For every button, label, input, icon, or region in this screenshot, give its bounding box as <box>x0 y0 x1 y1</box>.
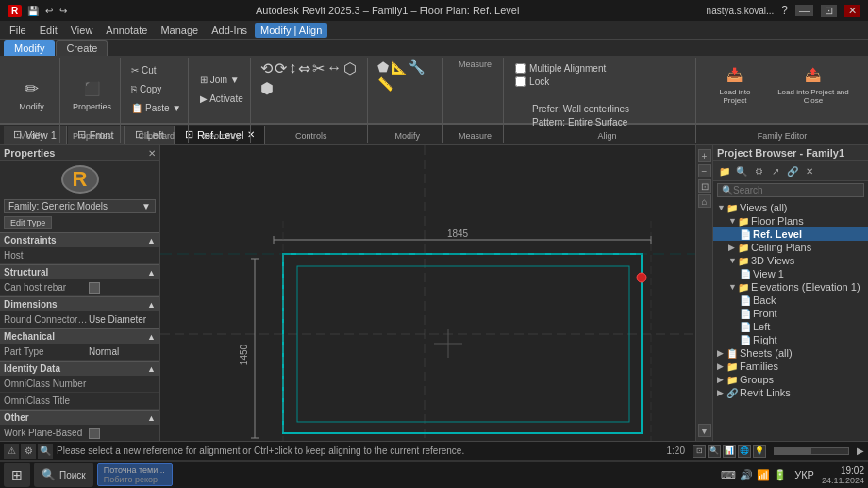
tree-elev-back[interactable]: 📄 Back <box>713 294 868 307</box>
project-browser-search[interactable]: 🔍 <box>717 183 864 197</box>
mod-icon-1[interactable]: ⬟ <box>377 59 389 75</box>
menu-file[interactable]: File <box>4 23 32 38</box>
ctrl-icon-6[interactable]: ↔ <box>326 59 342 77</box>
activate-btn[interactable]: ▶ Activate <box>196 90 247 107</box>
view-ctrl-3[interactable]: 📊 <box>723 445 736 458</box>
status-icon-3[interactable]: 🔍 <box>38 444 53 459</box>
browser-tool-1[interactable]: 📁 <box>717 163 732 178</box>
ribbon-group-align-options: Multiple Alignment Lock Prefer: Wall cen… <box>508 58 696 143</box>
ribbon-group-clipboard: ✂ Cut ⎘ Copy 📋 Paste ▼ Clipboard <box>125 58 189 143</box>
view-ctrl-4[interactable]: 🌐 <box>738 445 751 458</box>
tree-3d-views[interactable]: ▼ 📁 3D Views <box>713 254 868 267</box>
mod-icon-4[interactable]: 📏 <box>377 76 393 92</box>
ribbon-tab-create[interactable]: Create <box>56 40 108 56</box>
tree-families[interactable]: ▶ 📁 Families <box>713 360 868 373</box>
browser-tool-5[interactable]: 🔗 <box>785 163 800 178</box>
load-into-project-close-btn[interactable]: 📤 Load into Project and Close <box>768 59 859 109</box>
svg-text:1845: 1845 <box>447 228 469 239</box>
tree-revit-links[interactable]: ▶ 🔗 Revit Links <box>713 386 868 399</box>
mechanical-toggle[interactable]: ▲ <box>147 332 156 342</box>
lock-checkbox[interactable] <box>515 76 526 87</box>
family-type-dropdown[interactable]: Family: Generic Models ▼ <box>4 199 156 213</box>
other-toggle[interactable]: ▲ <box>147 413 156 423</box>
view-ctrl-1[interactable]: ⊡ <box>693 445 706 458</box>
status-icon-1[interactable]: ⚠ <box>4 444 19 459</box>
can-host-rebar-checkbox[interactable] <box>89 282 100 294</box>
prop-can-host-rebar: Can host rebar <box>0 279 159 296</box>
prefer-row: Prefer: Wall centerlines <box>532 104 629 114</box>
ctrl-icon-2[interactable]: ⟳ <box>275 59 287 77</box>
browser-tool-3[interactable]: ⚙ <box>751 163 766 178</box>
canvas-area[interactable]: 1845 1450 <box>160 145 712 441</box>
ctrl-icon-1[interactable]: ⟲ <box>260 59 273 77</box>
menu-view[interactable]: View <box>65 23 99 38</box>
properties-btn[interactable]: ⬛ Properties <box>69 70 115 119</box>
ribbon: Modify Create ✏ Modify Modify ⬛ Properti… <box>0 40 868 125</box>
user-name: nastya.s.koval... <box>707 6 775 16</box>
properties-panel-close[interactable]: ✕ <box>148 148 156 159</box>
mod-icon-2[interactable]: 📐 <box>391 59 407 75</box>
identity-toggle[interactable]: ▲ <box>147 364 156 374</box>
browser-tool-4[interactable]: ↗ <box>768 163 783 178</box>
modify-btn[interactable]: ✏ Modify <box>15 70 48 119</box>
menu-edit[interactable]: Edit <box>34 23 63 38</box>
zoom-out-btn[interactable]: − <box>698 164 711 177</box>
search-input[interactable] <box>733 185 860 195</box>
start-btn[interactable]: ⊞ <box>4 463 30 487</box>
volume-icon[interactable]: 🔊 <box>740 469 753 481</box>
edit-type-btn[interactable]: Edit Type <box>4 216 52 229</box>
ctrl-icon-3[interactable]: ↕ <box>289 59 296 77</box>
cut-btn[interactable]: ✂ Cut <box>127 61 185 78</box>
tree-ceiling-plans[interactable]: ▶ 📁 Ceiling Plans <box>713 241 868 254</box>
constraints-toggle[interactable]: ▲ <box>147 236 156 245</box>
scroll-down-btn[interactable]: ▼ <box>698 424 711 437</box>
view-ctrl-2[interactable]: 🔍 <box>708 445 721 458</box>
tree-floor-plans[interactable]: ▼ 📁 Floor Plans <box>713 214 868 227</box>
browser-close[interactable]: ✕ <box>802 163 817 178</box>
mod-icon-3[interactable]: 🔧 <box>409 59 425 75</box>
ribbon-tab-modify[interactable]: Modify <box>4 40 55 56</box>
menu-addins[interactable]: Add-Ins <box>206 23 253 38</box>
tree-views-all[interactable]: ▼ 📁 Views (all) <box>713 201 868 214</box>
status-icon-2[interactable]: ⚙ <box>21 444 36 459</box>
work-plane-checkbox[interactable] <box>89 428 100 439</box>
network-icon[interactable]: 📶 <box>757 469 770 481</box>
menu-annotate[interactable]: Annotate <box>100 23 153 38</box>
active-window-revit[interactable]: Поточна теми... Побито рекор <box>97 463 173 486</box>
tree-sheets[interactable]: ▶ 📋 Sheets (all) <box>713 346 868 360</box>
paste-btn[interactable]: 📋 Paste ▼ <box>127 99 185 116</box>
menu-modify-align[interactable]: Modify | Align <box>255 23 327 38</box>
language-indicator[interactable]: УКР <box>791 469 818 480</box>
zoom-in-btn[interactable]: + <box>698 149 711 162</box>
menu-manage[interactable]: Manage <box>155 23 204 38</box>
copy-btn[interactable]: ⎘ Copy <box>127 80 185 97</box>
keyboard-icon[interactable]: ⌨ <box>721 469 736 481</box>
tree-elevations[interactable]: ▼ 📁 Elevations (Elevation 1) <box>713 280 868 294</box>
browser-tool-2[interactable]: 🔍 <box>734 163 749 178</box>
multiple-alignment-checkbox[interactable] <box>515 63 526 74</box>
zoom-fit-btn[interactable]: ⊡ <box>698 179 711 193</box>
ribbon-content: ✏ Modify Modify ⬛ Properties Properties … <box>0 56 868 144</box>
tree-elev-front[interactable]: 📄 Front <box>713 307 868 320</box>
join-btn[interactable]: ⊞ Join ▼ <box>196 71 247 88</box>
load-into-project-btn[interactable]: 📥 Load into Project <box>706 59 764 109</box>
dimensions-toggle[interactable]: ▲ <box>147 300 156 310</box>
tree-elev-left[interactable]: 📄 Left <box>713 320 868 333</box>
nav-home-btn[interactable]: ⌂ <box>698 194 711 208</box>
ribbon-group-modify2: ⬟ 📐 🔧 📏 Modify <box>372 58 443 143</box>
structural-toggle[interactable]: ▲ <box>147 268 156 278</box>
tree-view1[interactable]: 📄 View 1 <box>713 267 868 280</box>
tree-groups[interactable]: ▶ 📁 Groups <box>713 373 868 386</box>
ctrl-icon-5[interactable]: ✂ <box>312 59 325 77</box>
multiple-alignment-label[interactable]: Multiple Alignment <box>515 63 606 74</box>
tree-elev-right[interactable]: 📄 Right <box>713 333 868 346</box>
view-ctrl-5[interactable]: 💡 <box>753 445 766 458</box>
ctrl-icon-8[interactable]: ⬢ <box>260 79 274 97</box>
search-btn[interactable]: 🔍 Поиск <box>34 463 93 487</box>
ctrl-icon-4[interactable]: ⇔ <box>298 59 310 77</box>
tree-ref-level[interactable]: 📄 Ref. Level <box>713 227 868 241</box>
ctrl-icon-7[interactable]: ⬡ <box>343 59 357 77</box>
lock-label[interactable]: Lock <box>515 76 606 87</box>
battery-icon[interactable]: 🔋 <box>774 469 787 481</box>
view-nav-icon[interactable]: ▶ <box>857 446 864 456</box>
